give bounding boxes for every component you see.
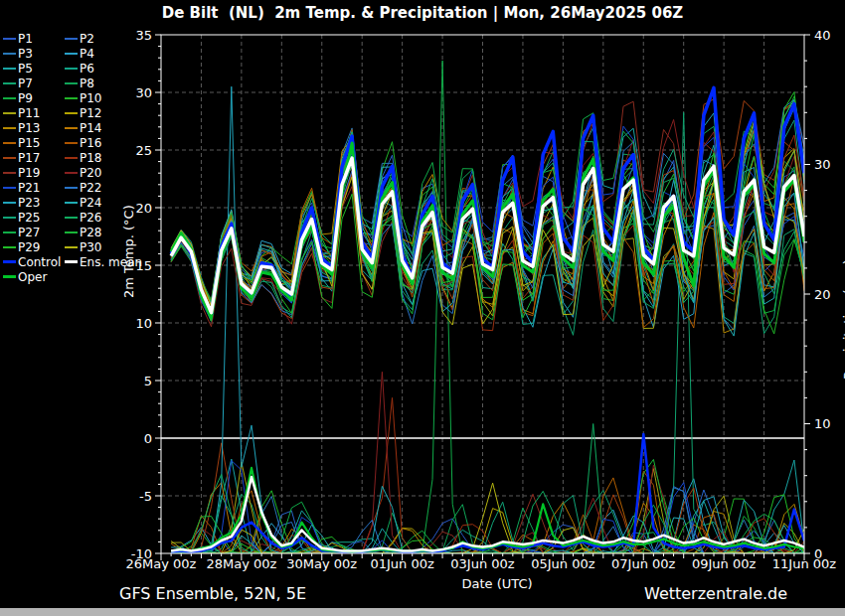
legend-label: P27 <box>18 226 41 239</box>
legend-swatch <box>65 157 78 159</box>
legend-item: P19 <box>3 166 65 180</box>
legend-swatch <box>3 231 16 233</box>
member-precip-line <box>171 424 804 554</box>
legend-swatch <box>65 260 78 263</box>
legend-label: P8 <box>80 77 94 90</box>
legend-swatch <box>3 275 16 278</box>
legend-swatch <box>65 187 78 189</box>
legend-item: Oper <box>3 270 65 284</box>
legend-swatch <box>3 112 16 114</box>
legend-item: P9 <box>3 91 65 105</box>
legend-swatch <box>3 53 16 55</box>
legend-label: P7 <box>18 77 33 90</box>
legend-swatch <box>3 187 16 189</box>
legend-item: P23 <box>3 196 65 210</box>
legend-swatch <box>65 142 78 144</box>
legend-label: Oper <box>18 270 47 284</box>
member-temp-line <box>171 100 804 328</box>
legend-swatch <box>3 97 16 99</box>
legend-item: P22 <box>65 181 156 195</box>
legend-item: P2 <box>65 32 156 46</box>
svg-text:30: 30 <box>814 157 831 172</box>
legend-label: P15 <box>18 136 41 150</box>
legend-swatch <box>3 38 16 40</box>
legend-label: P5 <box>18 62 33 76</box>
svg-text:03Jun 00z: 03Jun 00z <box>450 556 515 571</box>
legend-swatch <box>3 246 16 248</box>
legend-label: P13 <box>18 121 41 135</box>
svg-text:0: 0 <box>144 431 152 446</box>
svg-text:11Jun 00z: 11Jun 00z <box>772 556 837 571</box>
legend-swatch <box>65 82 78 84</box>
legend-item: P8 <box>65 77 156 90</box>
legend-item: P15 <box>3 136 65 150</box>
member-temp-line <box>171 135 804 331</box>
legend-label: P21 <box>18 181 41 195</box>
legend-item: P5 <box>3 62 65 76</box>
svg-text:5: 5 <box>144 374 152 388</box>
legend-label: P14 <box>80 121 102 135</box>
legend-label: P16 <box>80 136 102 150</box>
legend-swatch <box>65 246 78 248</box>
svg-text:10: 10 <box>814 416 831 431</box>
legend-label: P26 <box>80 211 102 225</box>
legend-swatch <box>3 127 16 129</box>
y-axis-title-right: Precipitation (mm) <box>841 259 845 380</box>
legend-swatch <box>65 231 78 233</box>
legend-label: P19 <box>18 166 41 180</box>
legend-label: P17 <box>18 151 41 165</box>
legend-item: P21 <box>3 181 65 195</box>
legend-item: P29 <box>3 240 65 254</box>
bottom-strip <box>0 608 845 616</box>
legend-swatch <box>65 38 78 40</box>
svg-text:10: 10 <box>135 316 152 331</box>
legend-label: P9 <box>18 91 33 105</box>
legend-item: P26 <box>65 211 156 225</box>
legend-item: Ens. mean <box>65 255 156 269</box>
svg-text:-5: -5 <box>139 489 152 504</box>
member-temp-line <box>171 138 804 328</box>
svg-text:09Jun 00z: 09Jun 00z <box>692 556 757 571</box>
legend-swatch <box>3 68 16 70</box>
member-precip-line <box>171 61 804 553</box>
legend-item: P17 <box>3 151 65 165</box>
legend-label: P4 <box>80 47 94 61</box>
legend-item: P1 <box>3 32 65 46</box>
site-credit-label: Wetterzentrale.de <box>644 584 787 603</box>
legend-swatch <box>3 217 16 219</box>
legend-swatch <box>65 68 78 70</box>
legend-swatch <box>65 112 78 114</box>
model-info-label: GFS Ensemble, 52N, 5E <box>119 584 306 603</box>
legend-label: P2 <box>80 32 94 46</box>
member-temp-line <box>171 92 804 321</box>
legend-swatch <box>65 97 78 99</box>
legend-swatch <box>3 172 16 174</box>
legend-label: P20 <box>80 166 102 180</box>
legend-label: P25 <box>18 211 41 225</box>
legend-swatch <box>3 157 16 159</box>
legend-label: P12 <box>80 106 102 120</box>
legend-swatch <box>3 260 16 263</box>
legend-label: Control <box>18 255 61 269</box>
legend-swatch <box>3 142 16 144</box>
legend-swatch <box>65 217 78 219</box>
control-precip-line <box>171 434 804 552</box>
legend-swatch <box>3 82 16 84</box>
svg-text:40: 40 <box>814 28 831 43</box>
legend-item: P10 <box>65 91 156 105</box>
legend-item: P30 <box>65 240 156 254</box>
legend-item: P12 <box>65 106 156 120</box>
legend-label: P18 <box>80 151 102 165</box>
legend-item: P20 <box>65 166 156 180</box>
legend-item: P11 <box>3 106 65 120</box>
legend-label: P24 <box>80 196 102 210</box>
legend-label: P11 <box>18 106 41 120</box>
legend-swatch <box>65 53 78 55</box>
legend-item: P16 <box>65 136 156 150</box>
ensemble-member-temp-lines <box>171 92 804 337</box>
legend-item: P7 <box>3 77 65 90</box>
meteogram-app: De Bilt (NL) 2m Temp. & Precipitation | … <box>0 0 845 616</box>
svg-text:20: 20 <box>814 287 831 302</box>
y-axis-title-left: 2m Temp. (°C) <box>121 205 136 298</box>
svg-text:05Jun 00z: 05Jun 00z <box>531 556 595 571</box>
